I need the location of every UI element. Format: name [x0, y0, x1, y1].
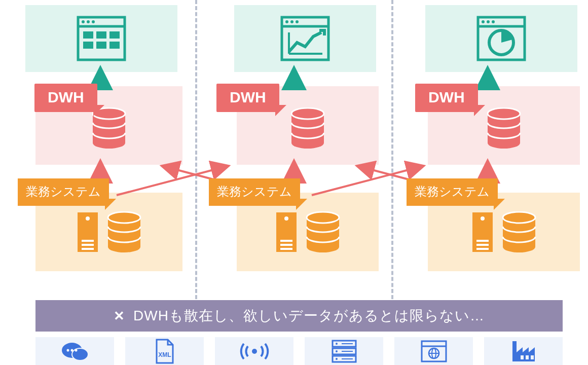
database-icon	[106, 211, 142, 253]
svg-rect-27	[82, 248, 94, 250]
svg-point-65	[75, 349, 77, 351]
svg-rect-56	[476, 240, 489, 242]
dwh-label-text: DWH	[48, 89, 84, 105]
database-icon	[486, 107, 522, 149]
analytics-panel	[425, 5, 577, 72]
dwh-label-text: DWH	[230, 89, 266, 105]
svg-point-64	[70, 349, 73, 351]
dwh-label: DWH	[34, 84, 97, 112]
database-icon	[305, 211, 341, 253]
svg-rect-58	[476, 248, 489, 250]
svg-point-32	[285, 20, 288, 23]
svg-point-71	[336, 343, 338, 345]
database-icon	[289, 107, 326, 149]
line-chart-icon	[280, 15, 330, 62]
banner-text: DWHも散在し、欲しいデータがあるとは限らない…	[133, 306, 485, 325]
column-3: DWH 業務システム	[392, 0, 588, 284]
server-tower-icon	[274, 209, 299, 255]
x-mark-icon: ✕	[114, 308, 125, 324]
svg-rect-26	[82, 244, 94, 246]
system-label-text: 業務システム	[415, 185, 490, 198]
svg-point-50	[492, 20, 495, 23]
svg-point-33	[290, 20, 293, 23]
pie-chart-icon	[476, 15, 527, 62]
diagram-canvas: DWH 業務システム	[0, 0, 588, 365]
dwh-label: DWH	[415, 84, 478, 112]
svg-rect-16	[96, 31, 106, 39]
svg-rect-20	[109, 42, 120, 49]
svg-point-73	[336, 358, 338, 360]
sensor-icon	[215, 337, 293, 365]
svg-point-63	[66, 349, 69, 351]
svg-rect-41	[280, 240, 292, 242]
factory-icon	[484, 337, 563, 365]
system-label: 業務システム	[209, 178, 300, 206]
analytics-panel	[25, 5, 177, 72]
dwh-label-text: DWH	[428, 89, 465, 105]
web-browser-icon	[394, 337, 473, 365]
dwh-label: DWH	[216, 84, 279, 112]
server-tower-icon	[76, 209, 100, 255]
database-icon	[501, 211, 537, 253]
dashboard-grid-icon	[76, 15, 127, 62]
svg-point-48	[482, 20, 485, 23]
system-label: 業務システム	[407, 178, 498, 206]
svg-point-72	[336, 350, 338, 352]
svg-rect-25	[82, 240, 94, 242]
svg-point-49	[487, 20, 490, 23]
server-tower-icon	[470, 209, 495, 255]
svg-point-55	[481, 216, 485, 221]
data-source-icons: XML	[35, 337, 563, 365]
svg-point-67	[252, 349, 257, 354]
svg-rect-83	[521, 355, 524, 359]
svg-point-14	[92, 20, 95, 23]
svg-point-62	[72, 348, 88, 360]
svg-rect-43	[280, 248, 292, 250]
svg-rect-19	[96, 42, 106, 49]
svg-rect-18	[83, 42, 93, 49]
column-2: DWH 業務システム	[196, 0, 392, 284]
svg-point-34	[296, 20, 299, 23]
chat-icon	[35, 337, 114, 365]
svg-point-12	[82, 20, 85, 23]
svg-rect-17	[109, 31, 120, 39]
warning-banner: ✕ DWHも散在し、欲しいデータがあるとは限らない…	[35, 300, 563, 332]
svg-rect-42	[280, 244, 292, 246]
server-rack-icon	[305, 337, 383, 365]
svg-rect-82	[512, 341, 517, 361]
system-label-text: 業務システム	[26, 185, 101, 198]
svg-rect-15	[83, 31, 93, 39]
svg-point-24	[86, 216, 90, 221]
system-label: 業務システム	[18, 178, 109, 206]
svg-rect-57	[476, 244, 489, 246]
svg-rect-84	[526, 355, 529, 359]
svg-text:XML: XML	[158, 351, 171, 358]
svg-point-40	[284, 216, 288, 221]
system-label-text: 業務システム	[217, 185, 292, 198]
column-1: DWH 業務システム	[0, 0, 196, 284]
analytics-panel	[234, 5, 376, 72]
svg-rect-85	[531, 355, 534, 359]
xml-file-icon: XML	[125, 337, 204, 365]
svg-point-13	[87, 20, 90, 23]
